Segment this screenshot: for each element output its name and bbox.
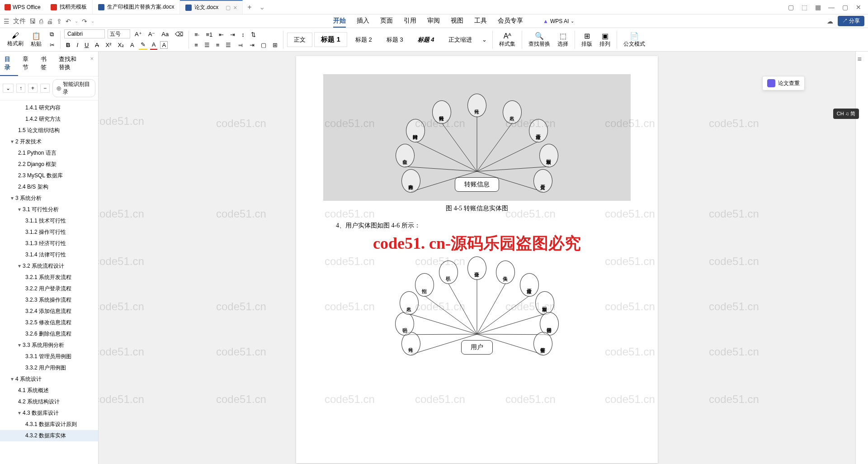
tab-close-icon[interactable]: ×: [233, 4, 237, 11]
wps-ai-button[interactable]: ▲ WPS AI ⌄: [543, 15, 574, 28]
toc-item[interactable]: 2.3 MySQL 数据库: [0, 170, 98, 181]
toc-item[interactable]: ▾3.3 系统用例分析: [0, 340, 98, 351]
toc-item[interactable]: 3.2.5 修改信息流程: [0, 317, 98, 328]
toc-item[interactable]: ▾4.3 数据库设计: [0, 407, 98, 419]
tab-window-icon[interactable]: ▢: [226, 5, 231, 11]
shading-button[interactable]: ▢: [259, 41, 268, 49]
styles-button[interactable]: Aᴬ样式集: [496, 32, 518, 48]
toc-collapse-icon[interactable]: ⌄: [3, 84, 14, 93]
decrease-indent-button[interactable]: ⇤: [217, 30, 226, 39]
tab-stop-button[interactable]: ⇥: [248, 41, 256, 49]
toc-item[interactable]: 2.2 Django 框架: [0, 159, 98, 170]
smart-toc-button[interactable]: ◎ 智能识别目录: [52, 79, 95, 97]
select-button[interactable]: ⬚选择: [555, 32, 571, 48]
undo-icon[interactable]: ↶: [66, 18, 71, 25]
toc-item[interactable]: ▾3.2 系统流程设计: [0, 260, 98, 272]
toc-item[interactable]: 1.5 论文组织结构: [0, 125, 98, 136]
char-border-button[interactable]: A: [160, 41, 168, 49]
toc-item[interactable]: 1.4.2 研究方法: [0, 114, 98, 125]
collapse-panel-icon[interactable]: ≡: [858, 55, 867, 64]
maximize-button[interactable]: ▢: [841, 3, 849, 11]
font-select[interactable]: [64, 29, 105, 38]
tab-doc2-active[interactable]: 论文.docx ▢ ×: [180, 0, 243, 14]
plagiarism-check-button[interactable]: 论文查重: [762, 76, 805, 90]
underline-button[interactable]: U: [83, 41, 90, 49]
save-icon[interactable]: 🖫: [29, 18, 36, 25]
menu-tab-review[interactable]: 审阅: [427, 15, 440, 28]
font-color-button[interactable]: A: [150, 40, 158, 50]
style-heading4[interactable]: 标题 4: [411, 33, 441, 47]
toc-item[interactable]: 3.1.2 操作可行性: [0, 227, 98, 238]
tab-menu-chevron[interactable]: ⌄: [259, 3, 265, 11]
style-body[interactable]: 正文: [287, 33, 312, 47]
style-heading2[interactable]: 标题 2: [349, 33, 378, 47]
win-grid-icon[interactable]: ▦: [814, 3, 822, 11]
toc-add-icon[interactable]: +: [28, 84, 38, 93]
close-button[interactable]: ✕: [854, 3, 863, 11]
toc-item[interactable]: 3.1.1 技术可行性: [0, 215, 98, 227]
highlight-button[interactable]: ✎: [139, 40, 147, 50]
toc-item[interactable]: 3.3.2 用户用例图: [0, 362, 98, 374]
document-area[interactable]: 转账信息账户名称金额转账时间转账账号账号姓名是否审核审核回复是否支付 code5…: [99, 52, 855, 464]
minimize-button[interactable]: —: [827, 3, 835, 11]
toc-item[interactable]: 3.2.4 添加信息流程: [0, 306, 98, 317]
file-menu[interactable]: 文件: [13, 17, 26, 25]
arrange-v-button[interactable]: ⊞排版: [579, 32, 595, 48]
clear-format-icon[interactable]: ⌫: [173, 30, 185, 38]
toc-item[interactable]: 2.1 Python 语言: [0, 147, 98, 159]
share-button[interactable]: ↗ 分享: [838, 16, 864, 26]
toc-item[interactable]: 4.3.2 数据库实体: [0, 430, 98, 441]
toc-item[interactable]: 1.4.1 研究内容: [0, 102, 98, 114]
win-cube-icon[interactable]: ⬚: [800, 3, 808, 11]
decrease-font-icon[interactable]: A⁻: [146, 30, 157, 38]
sidebar-tab-toc[interactable]: 目录: [0, 52, 18, 76]
align-center-button[interactable]: ☰: [203, 41, 212, 49]
toc-item[interactable]: 4.3.1 数据库设计原则: [0, 419, 98, 430]
copy-icon[interactable]: ⧉: [48, 30, 57, 39]
export-icon[interactable]: ⇪: [57, 18, 62, 25]
toc-remove-icon[interactable]: −: [40, 84, 50, 93]
tab-templates[interactable]: 找稻壳模板: [45, 0, 93, 14]
toc-item[interactable]: 4.1 系统概述: [0, 385, 98, 396]
distribute-button[interactable]: ⫤: [236, 41, 245, 49]
win-box1-icon[interactable]: ▢: [787, 3, 795, 11]
menu-tab-member[interactable]: 会员专享: [498, 15, 523, 28]
gov-mode-button[interactable]: 📄公文模式: [621, 32, 648, 48]
format-brush-button[interactable]: 🖌 格式刷: [5, 32, 26, 47]
bullets-button[interactable]: ≡·: [193, 30, 201, 39]
align-left-button[interactable]: ≡: [193, 41, 200, 49]
toc-item[interactable]: 3.3.1 管理员用例图: [0, 351, 98, 362]
paste-button[interactable]: 📋 粘贴: [28, 32, 44, 48]
menu-tab-view[interactable]: 视图: [451, 15, 463, 28]
cloud-icon[interactable]: ☁: [827, 18, 833, 25]
sidebar-close-icon[interactable]: ×: [85, 52, 98, 76]
toc-item[interactable]: 3.2.2 用户登录流程: [0, 283, 98, 294]
tab-doc1[interactable]: 生产印模图片替换方案.docx: [93, 0, 180, 14]
increase-font-icon[interactable]: A⁺: [133, 30, 144, 38]
new-tab-button[interactable]: +: [243, 3, 256, 11]
toc-item[interactable]: ▾2 开发技术: [0, 136, 98, 147]
print-icon[interactable]: 🖨: [47, 18, 53, 25]
justify-button[interactable]: ☰: [224, 41, 233, 49]
redo-icon[interactable]: ↷: [82, 18, 87, 25]
bold-button[interactable]: B: [64, 41, 72, 49]
italic-button[interactable]: I: [75, 41, 80, 49]
toc-item[interactable]: 3.2.1 系统开发流程: [0, 272, 98, 283]
cut-icon[interactable]: ✂: [48, 41, 57, 49]
align-right-button[interactable]: ≡: [214, 41, 222, 49]
subscript-button[interactable]: X₂: [116, 41, 126, 49]
style-body-indent[interactable]: 正文缩进: [442, 33, 478, 47]
strike-button[interactable]: A̶: [93, 41, 101, 49]
sidebar-tab-bookmark[interactable]: 书签: [36, 52, 54, 76]
toc-item[interactable]: 4.2 系统结构设计: [0, 396, 98, 407]
text-effect-button[interactable]: A: [128, 41, 136, 49]
menu-tab-reference[interactable]: 引用: [404, 15, 416, 28]
arrange-h-button[interactable]: ▣排列: [597, 32, 613, 48]
toc-item[interactable]: 3.2.3 系统操作流程: [0, 294, 98, 306]
sidebar-tab-find[interactable]: 查找和替换: [54, 52, 86, 76]
toc-up-icon[interactable]: ↑: [16, 84, 25, 93]
toc-item[interactable]: ▾4 系统设计: [0, 374, 98, 385]
sort-button[interactable]: ⇅: [249, 30, 258, 39]
style-heading1[interactable]: 标题 1: [314, 32, 347, 47]
superscript-button[interactable]: X²: [104, 41, 113, 49]
